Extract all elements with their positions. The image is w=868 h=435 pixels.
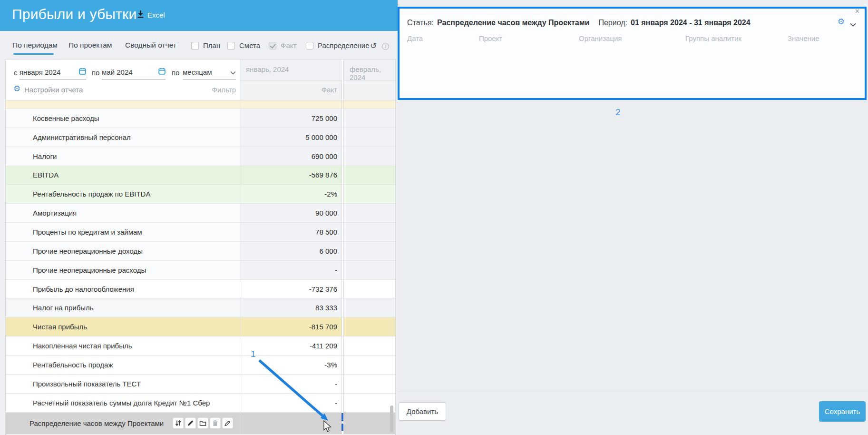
row-value-february bbox=[343, 128, 395, 147]
row-value-february bbox=[343, 317, 395, 336]
table-row[interactable]: Административный персонал5 000 000 bbox=[6, 128, 395, 147]
calendar-icon[interactable] bbox=[158, 68, 166, 77]
row-value-january: -569 876 bbox=[240, 166, 342, 185]
row-value-january: - bbox=[240, 394, 342, 412]
table-row[interactable]: EBITDA-569 876 bbox=[6, 166, 395, 185]
table-row[interactable]: Косвенные расходы725 000 bbox=[6, 109, 395, 128]
distribution-panel: Статья: Распределение часов между Проект… bbox=[398, 7, 867, 100]
delete-row-icon[interactable] bbox=[210, 418, 221, 429]
table-row[interactable]: Прочие неоперационные доходы6 000 bbox=[6, 242, 395, 261]
row-label: EBITDA bbox=[6, 166, 240, 185]
panel-col-project: Проект bbox=[479, 34, 502, 42]
row-label: Произвольный показатель ТЕСТ bbox=[6, 375, 240, 393]
pipette-icon[interactable] bbox=[222, 418, 233, 429]
add-button[interactable]: Добавить bbox=[399, 402, 446, 421]
checkbox-fact[interactable]: Факт bbox=[269, 41, 296, 49]
checkbox-icon bbox=[269, 42, 276, 49]
move-row-icon[interactable] bbox=[173, 418, 184, 429]
tab-summary-report[interactable]: Сводный отчет bbox=[125, 41, 176, 49]
row-value-january: 725 000 bbox=[240, 109, 342, 128]
row-value-february bbox=[343, 413, 395, 434]
table-row[interactable]: Накопленная чистая прибыль-411 209 bbox=[6, 336, 395, 356]
panel-footer-separator bbox=[398, 392, 868, 392]
row-label: Накопленная чистая прибыль bbox=[6, 336, 240, 355]
row-value-january: 690 000 bbox=[240, 147, 342, 166]
row-value-january: 5 000 000 bbox=[240, 128, 342, 147]
screen: Прибыли и убытки Excel По периодам По пр… bbox=[0, 0, 868, 435]
row-label: Прибыль до налогообложения bbox=[6, 280, 240, 298]
panel-title: Статья: Распределение часов между Проект… bbox=[407, 19, 751, 27]
table-row[interactable]: Прочие неоперационные расходы- bbox=[6, 261, 395, 280]
row-label: Проценты по кредитам и займам bbox=[6, 223, 240, 241]
table-row[interactable]: Расчетный показатель суммы долга Кредит … bbox=[6, 394, 395, 413]
period-filters: с января 2024 по май 2024 по месяцам bbox=[6, 59, 240, 100]
table-row[interactable]: Чистая прибыль-815 709 bbox=[6, 317, 395, 336]
report-table-card: с января 2024 по май 2024 по месяцам bbox=[5, 59, 396, 435]
checkbox-smeta[interactable]: Смета bbox=[227, 41, 260, 49]
row-value-february bbox=[343, 242, 395, 260]
table-row-partial bbox=[6, 100, 395, 109]
report-settings-link[interactable]: Настройки отчета bbox=[24, 86, 83, 94]
to-label: по bbox=[92, 69, 99, 77]
panel-close-icon[interactable]: ✕ bbox=[855, 8, 860, 15]
panel-col-value: Значение bbox=[788, 34, 819, 42]
group-by-select[interactable]: месяцам bbox=[183, 65, 236, 79]
distribution-overlay: Статья: Распределение часов между Проект… bbox=[398, 0, 868, 435]
row-value-january: - bbox=[240, 261, 342, 279]
subheader-fact: Факт bbox=[240, 80, 342, 100]
row-value-february bbox=[343, 394, 395, 412]
report-settings-row: ⚙ Настройки отчета Фильтр bbox=[6, 80, 240, 100]
checkbox-plan[interactable]: План bbox=[191, 41, 220, 49]
row-value-january: -732 376 bbox=[240, 280, 342, 298]
row-label: Налоги bbox=[6, 147, 240, 166]
table-row[interactable]: Налоги690 000 bbox=[6, 147, 395, 166]
panel-col-analytics-groups: Группы аналитик bbox=[685, 34, 741, 42]
subheader-february bbox=[343, 80, 395, 100]
row-value-january: -3% bbox=[240, 356, 342, 374]
info-icon[interactable]: i bbox=[382, 43, 389, 50]
checkbox-icon bbox=[306, 42, 313, 49]
article-label: Статья: bbox=[407, 19, 434, 27]
row-toolbar bbox=[173, 418, 233, 429]
date-from-input[interactable]: января 2024 bbox=[20, 65, 86, 79]
panel-gear-icon[interactable]: ⚙ bbox=[838, 18, 845, 26]
excel-export-button[interactable]: Excel bbox=[137, 10, 165, 20]
row-label: Прочие неоперационные доходы bbox=[6, 242, 240, 260]
checkbox-distribution[interactable]: Распределение bbox=[306, 41, 370, 49]
group-by-label: по bbox=[172, 69, 179, 77]
table-row[interactable]: Проценты по кредитам и займам78 500 bbox=[6, 223, 395, 242]
table-row[interactable]: Прибыль до налогообложения-732 376 bbox=[6, 280, 395, 299]
table-row[interactable]: Произвольный показатель ТЕСТ- bbox=[6, 375, 395, 394]
table-row[interactable]: Амортизация90 000 bbox=[6, 204, 395, 223]
checkbox-icon bbox=[191, 42, 199, 49]
active-tab-underline bbox=[13, 53, 54, 55]
table-row[interactable]: Налог на прибыль83 333 bbox=[6, 298, 395, 317]
article-value: Распределение часов между Проектами bbox=[437, 19, 589, 27]
row-value-february bbox=[343, 356, 395, 374]
vertical-scrollbar-thumb[interactable] bbox=[390, 405, 393, 432]
row-label: Административный персонал bbox=[6, 128, 240, 147]
row-label: Распределение часов между Проектами bbox=[6, 413, 240, 434]
row-label: Расчетный показатель суммы долга Кредит … bbox=[6, 394, 240, 412]
edit-row-icon[interactable] bbox=[185, 418, 196, 429]
row-label: Косвенные расходы bbox=[6, 109, 240, 128]
row-value-february bbox=[343, 261, 395, 279]
row-value-january: 83 333 bbox=[240, 298, 342, 317]
table-row[interactable]: Распределение часов между Проектами bbox=[6, 413, 395, 435]
table-row[interactable]: Рентабельность продаж по EBITDA-2% bbox=[6, 185, 395, 204]
row-value-january: 6 000 bbox=[240, 242, 342, 260]
table-row[interactable]: Рентабельность продаж-3% bbox=[6, 356, 395, 375]
save-button[interactable]: Сохранить bbox=[819, 401, 866, 422]
date-to-input[interactable]: май 2024 bbox=[102, 65, 166, 79]
panel-chevron-down-icon[interactable] bbox=[850, 20, 856, 29]
undo-icon[interactable]: ↺ bbox=[370, 42, 377, 50]
from-label: с bbox=[14, 69, 18, 77]
calendar-icon[interactable] bbox=[79, 68, 86, 77]
period-label: Период: bbox=[598, 19, 627, 27]
tab-by-periods[interactable]: По периодам bbox=[12, 41, 58, 49]
row-label: Налог на прибыль bbox=[6, 298, 240, 317]
folder-icon[interactable] bbox=[197, 418, 208, 429]
tab-by-projects[interactable]: По проектам bbox=[68, 41, 112, 49]
gear-icon[interactable]: ⚙ bbox=[13, 85, 20, 93]
panel-col-organization: Организация bbox=[579, 34, 622, 42]
